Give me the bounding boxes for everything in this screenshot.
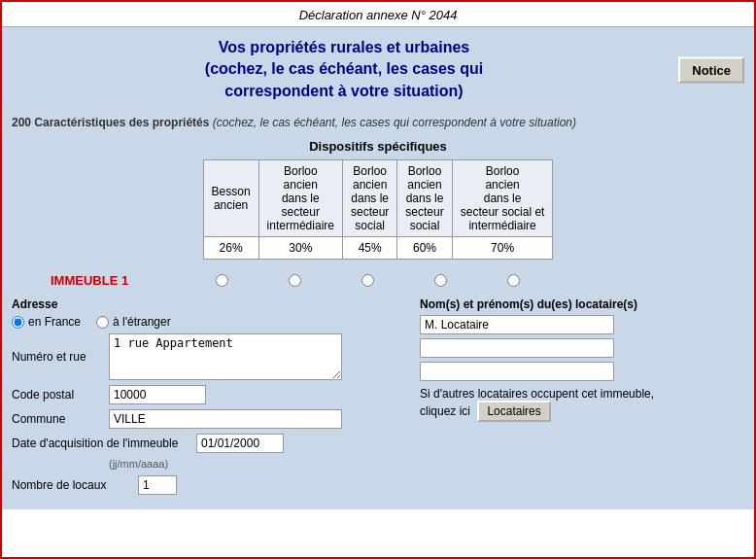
immeuble-radio-group <box>216 274 520 287</box>
dispositifs-section: Dispositifs spécifiques Bessonancien Bor… <box>2 133 754 269</box>
code-postal-input[interactable] <box>109 385 206 404</box>
left-col: Adresse en France à l'étranger Numéro et… <box>12 297 400 500</box>
main-content: Adresse en France à l'étranger Numéro et… <box>2 292 754 509</box>
locataires-title: Nom(s) et prénom(s) du(es) locataire(s) <box>420 297 744 311</box>
immeuble-label: IMMEUBLE 1 <box>51 273 138 288</box>
locataires-button[interactable]: Locataires <box>477 401 550 422</box>
col-borloo-intermediaire: Borlooanciendans lesecteurintermédiaire <box>258 160 342 237</box>
nombre-locaux-input[interactable] <box>138 475 177 495</box>
section-200-label: 200 Caractéristiques des propriétés (coc… <box>2 112 754 133</box>
rate-30: 30% <box>258 237 342 260</box>
top-title-bar: Déclaration annexe N° 2044 <box>2 2 754 27</box>
code-postal-label: Code postal <box>12 388 109 402</box>
commune-row: Commune <box>12 409 400 429</box>
col-borloo-social: Borlooanciendans lesecteursocial <box>342 160 396 237</box>
code-postal-row: Code postal <box>12 385 400 404</box>
dispositifs-table: Bessonancien Borlooanciendans lesecteuri… <box>203 159 554 260</box>
col-besson: Bessonancien <box>203 160 258 237</box>
date-acquisition-label: Date d'acquisition de l'immeuble <box>12 437 196 450</box>
adresse-section: Adresse en France à l'étranger Numéro et… <box>12 297 744 500</box>
nombre-locaux-row: Nombre de locaux <box>12 475 400 495</box>
rate-26: 26% <box>203 237 258 260</box>
locataire1-input[interactable] <box>420 315 614 334</box>
adresse-title: Adresse <box>12 297 400 311</box>
rate-70: 70% <box>452 237 553 260</box>
main-title: Vos propriétés rurales et urbaines (coch… <box>12 37 676 102</box>
numero-rue-label: Numéro et rue <box>12 350 109 364</box>
blue-header: Vos propriétés rurales et urbaines (coch… <box>2 27 754 112</box>
commune-input[interactable] <box>109 409 342 429</box>
commune-label: Commune <box>12 412 109 426</box>
notice-button[interactable]: Notice <box>678 56 744 83</box>
radio-borloo-si[interactable] <box>507 274 520 287</box>
rate-60: 60% <box>397 237 452 260</box>
col-borloo-social-intermediaire: Borlooanciendans lesecteur social etinte… <box>452 160 553 237</box>
radio-france[interactable] <box>12 316 24 329</box>
locataire3-input[interactable] <box>420 362 614 381</box>
date-acquisition-input[interactable] <box>196 434 284 453</box>
radio-etranger-label[interactable]: à l'étranger <box>96 315 171 329</box>
date-acquisition-row: Date d'acquisition de l'immeuble <box>12 434 400 453</box>
col-borloo-social2: Borlooanciendans lesecteursocial <box>397 160 452 237</box>
numero-rue-row: Numéro et rue 1 rue Appartement <box>12 333 400 380</box>
numero-rue-input[interactable]: 1 rue Appartement <box>109 333 342 380</box>
nombre-locaux-label: Nombre de locaux <box>12 478 138 492</box>
radio-borloo-int[interactable] <box>289 274 301 287</box>
date-hint: (jj/mm/aaaa) <box>109 458 400 470</box>
top-title: Déclaration annexe N° 2044 <box>299 8 458 22</box>
radio-borloo-social[interactable] <box>361 274 374 287</box>
radio-france-label[interactable]: en France <box>12 315 81 329</box>
rate-45: 45% <box>342 237 396 260</box>
radio-besson[interactable] <box>216 274 228 287</box>
si-autres-text: Si d'autres locataires occupent cet imme… <box>420 387 744 422</box>
immeuble-row: IMMEUBLE 1 <box>2 269 754 292</box>
radio-borloo-social2[interactable] <box>434 274 447 287</box>
locataire2-input[interactable] <box>420 338 614 358</box>
radio-etranger[interactable] <box>96 316 109 329</box>
pays-radio-row: en France à l'étranger <box>12 315 400 329</box>
right-col: Nom(s) et prénom(s) du(es) locataire(s) … <box>420 297 744 500</box>
dispositifs-title: Dispositifs spécifiques <box>12 139 744 154</box>
